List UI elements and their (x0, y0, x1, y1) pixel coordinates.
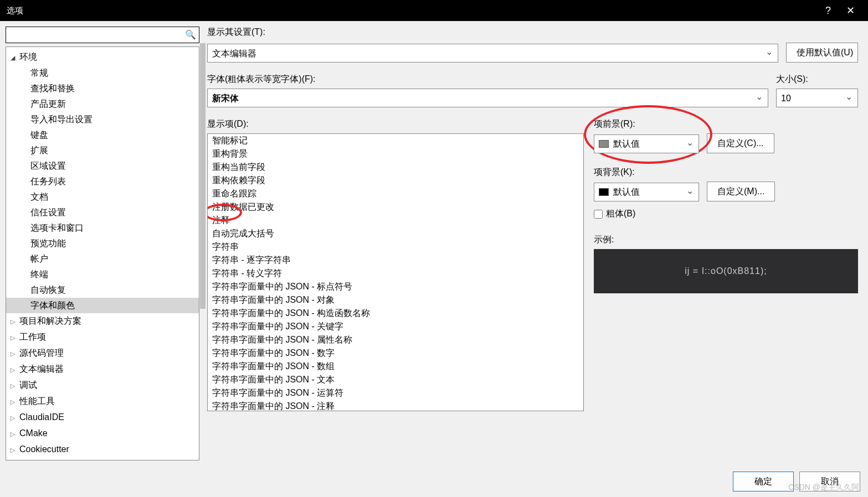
sample-preview: ij = I::oO(0xB811); (594, 249, 858, 293)
tree-item[interactable]: 查找和替换 (6, 81, 199, 96)
tree-item[interactable]: IntelliCode (6, 458, 199, 460)
ok-button[interactable]: 确定 (733, 472, 794, 491)
tree-item[interactable]: 任务列表 (6, 174, 199, 189)
tree-item[interactable]: 产品更新 (6, 96, 199, 112)
display-list-item[interactable]: 智能标记 (208, 134, 583, 147)
display-list-item[interactable]: 自动完成大括号 (208, 227, 583, 240)
search-icon: 🔍 (185, 29, 196, 40)
display-list-item[interactable]: 字符串字面量中的 JSON - 对象 (208, 293, 583, 307)
display-list-item[interactable]: 注册数据已更改 (208, 200, 583, 214)
foreground-custom-button[interactable]: 自定义(C)... (707, 133, 774, 153)
display-list-item[interactable]: 字符串字面量中的 JSON - 运算符 (208, 386, 583, 400)
size-label: 大小(S): (776, 74, 858, 85)
tree-item[interactable]: 选项卡和窗口 (6, 220, 199, 236)
bold-checkbox[interactable] (594, 210, 603, 219)
display-list-item[interactable]: 注释 (208, 214, 583, 227)
tree-item[interactable]: 信任设置 (6, 205, 199, 220)
tree-item[interactable]: 扩展 (6, 143, 199, 158)
watermark: CSDN @是主久久阿 (788, 483, 859, 493)
tree-item[interactable]: 文档 (6, 189, 199, 205)
tree-item[interactable]: 区域设置 (6, 158, 199, 174)
tree-item[interactable]: 终端 (6, 267, 199, 282)
display-list-item[interactable]: 重构当前字段 (208, 161, 583, 174)
display-list-item[interactable]: 重命名跟踪 (208, 187, 583, 200)
tree-item[interactable]: 调试 (6, 377, 199, 394)
item-background-label: 项背景(K): (594, 167, 858, 178)
close-button[interactable]: ✕ (839, 0, 861, 21)
display-list-item[interactable]: 字符串字面量中的 JSON - 构造函数名称 (208, 307, 583, 320)
tree-item[interactable]: 常规 (6, 65, 199, 81)
background-custom-button[interactable]: 自定义(M)... (707, 182, 775, 201)
main-content: 🔍 环境常规查找和替换产品更新导入和导出设置键盘扩展区域设置任务列表文档信任设置… (0, 21, 868, 466)
tree-item[interactable]: 键盘 (6, 127, 199, 143)
foreground-swatch (599, 140, 609, 148)
font-select[interactable]: 新宋体 (207, 89, 768, 107)
tree-item[interactable]: 源代码管理 (6, 345, 199, 361)
tree-item[interactable]: CMake (6, 426, 199, 442)
titlebar: 选项 ? ✕ (0, 0, 868, 21)
tree-item[interactable]: 导入和导出设置 (6, 112, 199, 127)
use-defaults-button[interactable]: 使用默认值(U) (786, 43, 858, 63)
tree-item[interactable]: 工作项 (6, 329, 199, 345)
display-list-item[interactable]: 字符串字面量中的 JSON - 数字 (208, 346, 583, 360)
item-foreground-select[interactable]: 默认值 (594, 134, 699, 153)
search-wrap: 🔍 (6, 27, 199, 43)
help-button[interactable]: ? (817, 0, 839, 21)
display-list-item[interactable]: 字符串字面量中的 JSON - 标点符号 (208, 280, 583, 293)
left-panel: 🔍 环境常规查找和替换产品更新导入和导出设置键盘扩展区域设置任务列表文档信任设置… (6, 27, 199, 460)
display-items-list[interactable]: 智能标记重构背景重构当前字段重构依赖字段重命名跟踪注册数据已更改注释自动完成大括… (207, 133, 584, 411)
tree-item[interactable]: 自动恢复 (6, 282, 199, 298)
show-settings-label: 显示其设置(T): (207, 27, 858, 38)
show-settings-select[interactable]: 文本编辑器 (207, 44, 778, 63)
display-list-item[interactable]: 重构依赖字段 (208, 174, 583, 187)
tree-item[interactable]: 文本编辑器 (6, 361, 199, 377)
bold-label: 粗体(B) (606, 208, 635, 220)
tree-item[interactable]: 环境 (6, 49, 199, 65)
scrollbar-thumb[interactable] (200, 43, 206, 309)
background-swatch (599, 188, 609, 196)
display-list-item[interactable]: 重构背景 (208, 147, 583, 161)
size-select[interactable]: 10 (776, 89, 858, 107)
settings-panel: 显示其设置(T): 文本编辑器 使用默认值(U) 字体(粗体表示等宽字体)(F)… (207, 27, 862, 460)
display-list-item[interactable]: 字符串 - 转义字符 (208, 267, 583, 280)
display-list-item[interactable]: 字符串 - 逐字字符串 (208, 253, 583, 267)
item-foreground-label: 项前景(R): (594, 118, 858, 130)
window-title: 选项 (7, 6, 817, 16)
font-label: 字体(粗体表示等宽字体)(F): (207, 74, 768, 85)
display-items-label: 显示项(D): (207, 118, 584, 130)
display-list-item[interactable]: 字符串字面量中的 JSON - 文本 (208, 373, 583, 386)
display-list-item[interactable]: 字符串字面量中的 JSON - 数组 (208, 360, 583, 373)
tree-item[interactable]: 字体和颜色 (6, 298, 199, 313)
sample-label: 示例: (594, 234, 858, 246)
item-background-select[interactable]: 默认值 (594, 183, 699, 201)
search-input[interactable] (6, 27, 199, 43)
tree-item[interactable]: 项目和解决方案 (6, 313, 199, 329)
tree-item[interactable]: 帐户 (6, 251, 199, 267)
tree-item[interactable]: Cookiecutter (6, 442, 199, 458)
display-list-item[interactable]: 字符串字面量中的 JSON - 属性名称 (208, 333, 583, 346)
tree-item[interactable]: ClaudiaIDE (6, 410, 199, 426)
display-list-item[interactable]: 字符串 (208, 240, 583, 253)
tree-item[interactable]: 预览功能 (6, 236, 199, 251)
tree-item[interactable]: 性能工具 (6, 394, 199, 410)
dialog-footer: 确定 取消 (0, 466, 868, 497)
sample-text: ij = I::oO(0xB811); (685, 266, 767, 276)
display-list-item[interactable]: 字符串字面量中的 JSON - 注释 (208, 400, 583, 411)
display-list-item[interactable]: 字符串字面量中的 JSON - 关键字 (208, 320, 583, 333)
category-tree[interactable]: 环境常规查找和替换产品更新导入和导出设置键盘扩展区域设置任务列表文档信任设置选项… (6, 46, 199, 460)
